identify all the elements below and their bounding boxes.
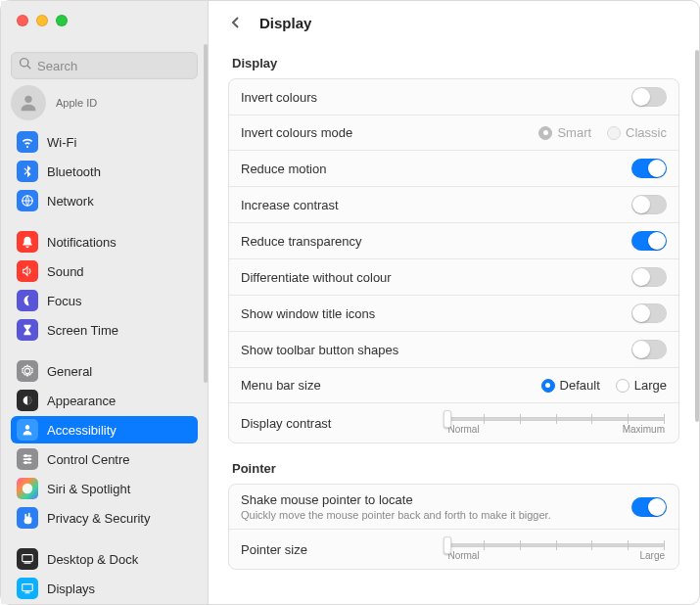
- hourglass-icon: [17, 319, 38, 341]
- search-input[interactable]: [37, 59, 202, 73]
- sidebar-item-label: Network: [47, 194, 94, 209]
- menu-bar-size-radio-default[interactable]: Default: [541, 378, 600, 393]
- sidebar-item-siri-spotlight[interactable]: Siri & Spotlight: [11, 475, 198, 502]
- sidebar-item-privacy-security[interactable]: Privacy & Security: [11, 504, 198, 532]
- svg-point-9: [24, 461, 27, 464]
- row-label: Differentiate without colour: [241, 270, 622, 285]
- row-label: Reduce motion: [241, 162, 622, 176]
- svg-rect-13: [23, 584, 33, 591]
- network-icon: [17, 190, 38, 211]
- row-increase-contrast: Increase contrast: [229, 187, 678, 223]
- radio-label: Classic: [626, 125, 667, 140]
- menu-bar-size-radio-large[interactable]: Large: [616, 378, 667, 393]
- minimize-window-button[interactable]: [36, 15, 48, 26]
- row-shake-pointer: Shake mouse pointer to locateQuickly mov…: [229, 485, 678, 530]
- sidebar-item-bluetooth[interactable]: Bluetooth: [11, 158, 198, 185]
- radio-label: Default: [560, 378, 600, 393]
- search-field[interactable]: [11, 52, 198, 79]
- radio-indicator: [607, 126, 621, 140]
- gear-icon: [17, 360, 38, 382]
- window: Apple ID Wi-FiBluetoothNetworkNotificati…: [0, 0, 700, 605]
- sidebar-item-screen-time[interactable]: Screen Time: [11, 316, 198, 344]
- sidebar-item-label: Screen Time: [47, 323, 118, 338]
- sidebar-item-general[interactable]: General: [11, 357, 198, 385]
- svg-point-7: [24, 454, 27, 457]
- radio-label: Smart: [557, 125, 591, 140]
- sidebar-item-control-centre[interactable]: Control Centre: [11, 445, 198, 473]
- sidebar-item-label: Appearance: [47, 394, 116, 408]
- close-window-button[interactable]: [17, 15, 28, 26]
- sidebar-item-label: Sound: [47, 264, 84, 279]
- main-content: DisplayInvert coloursInvert colours mode…: [209, 44, 699, 604]
- sidebar-item-notifications[interactable]: Notifications: [11, 228, 198, 256]
- apple-id-label: Apple ID: [56, 97, 97, 109]
- show-window-title-icons-toggle[interactable]: [631, 303, 667, 323]
- sidebar-item-desktop-dock[interactable]: Desktop & Dock: [11, 545, 198, 573]
- row-label: Increase contrast: [241, 198, 622, 212]
- sidebar-item-displays[interactable]: Displays: [11, 575, 198, 602]
- row-differentiate-without-colour: Differentiate without colour: [229, 259, 678, 296]
- reduce-transparency-toggle[interactable]: [631, 231, 667, 251]
- sidebar-item-wifi[interactable]: Wi-Fi: [11, 128, 198, 156]
- sidebar-item-label: Control Centre: [47, 452, 130, 467]
- svg-point-8: [27, 457, 30, 460]
- svg-rect-15: [24, 592, 29, 593]
- speaker-icon: [17, 260, 38, 282]
- bluetooth-icon: [17, 161, 38, 182]
- sidebar-item-label: Desktop & Dock: [47, 552, 138, 567]
- row-label: Menu bar size: [241, 378, 532, 393]
- slider-knob[interactable]: [443, 410, 451, 428]
- row-label: Shake mouse pointer to locate: [241, 492, 622, 507]
- sliders-icon: [17, 448, 38, 470]
- section-heading: Pointer: [232, 461, 676, 476]
- row-label: Pointer size: [241, 542, 438, 557]
- slider-max-label: Maximum: [623, 424, 665, 435]
- avatar: [11, 85, 46, 120]
- sidebar-item-label: Accessibility: [47, 423, 117, 438]
- svg-point-10: [23, 484, 33, 494]
- show-toolbar-button-shapes-toggle[interactable]: [631, 340, 667, 359]
- sidebar-scrollbar[interactable]: [204, 44, 208, 383]
- slider-knob[interactable]: [443, 536, 451, 554]
- invert-colours-mode-radio-smart: Smart: [538, 125, 591, 140]
- sidebar-item-label: Displays: [47, 582, 95, 596]
- svg-point-0: [24, 96, 31, 103]
- pointer-size-slider[interactable]: NormalLarge: [447, 537, 667, 561]
- reduce-motion-toggle[interactable]: [631, 159, 667, 178]
- sidebar-item-focus[interactable]: Focus: [11, 287, 198, 314]
- back-button[interactable]: [224, 11, 248, 34]
- row-sublabel: Quickly move the mouse pointer back and …: [241, 509, 622, 521]
- main-scrollbar[interactable]: [695, 50, 699, 422]
- sidebar-item-accessibility[interactable]: Accessibility: [11, 416, 198, 443]
- apple-id-item[interactable]: Apple ID: [1, 85, 208, 126]
- sidebar-item-network[interactable]: Network: [11, 187, 198, 214]
- row-reduce-motion: Reduce motion: [229, 151, 678, 187]
- sidebar-item-label: Siri & Spotlight: [47, 482, 130, 496]
- sidebar-item-label: Notifications: [47, 235, 117, 250]
- sidebar-item-sound[interactable]: Sound: [11, 257, 198, 285]
- main-header: Display: [209, 1, 699, 44]
- settings-group: Invert coloursInvert colours modeSmartCl…: [228, 78, 679, 443]
- sidebar-item-label: Privacy & Security: [47, 511, 150, 526]
- shake-pointer-toggle[interactable]: [631, 497, 667, 517]
- bell-icon: [17, 231, 38, 253]
- differentiate-without-colour-toggle[interactable]: [631, 267, 667, 287]
- sidebar-list: Wi-FiBluetoothNetworkNotificationsSoundF…: [1, 126, 208, 604]
- row-label: Invert colours mode: [241, 125, 529, 140]
- moon-icon: [17, 290, 38, 311]
- display-contrast-slider[interactable]: NormalMaximum: [447, 411, 667, 435]
- siri-icon: [17, 478, 38, 499]
- svg-rect-14: [25, 592, 29, 593]
- increase-contrast-toggle[interactable]: [631, 195, 667, 214]
- row-label: Reduce transparency: [241, 234, 622, 249]
- person-icon: [17, 419, 38, 441]
- sidebar-item-label: General: [47, 364, 92, 379]
- radio-indicator: [616, 379, 630, 393]
- row-show-window-title-icons: Show window title icons: [229, 296, 678, 332]
- svg-point-3: [25, 425, 29, 429]
- fullscreen-window-button[interactable]: [56, 15, 68, 26]
- invert-colours-toggle[interactable]: [631, 87, 667, 107]
- sidebar-item-appearance[interactable]: Appearance: [11, 387, 198, 414]
- svg-rect-11: [23, 555, 33, 562]
- sidebar-item-label: Wi-Fi: [47, 135, 76, 150]
